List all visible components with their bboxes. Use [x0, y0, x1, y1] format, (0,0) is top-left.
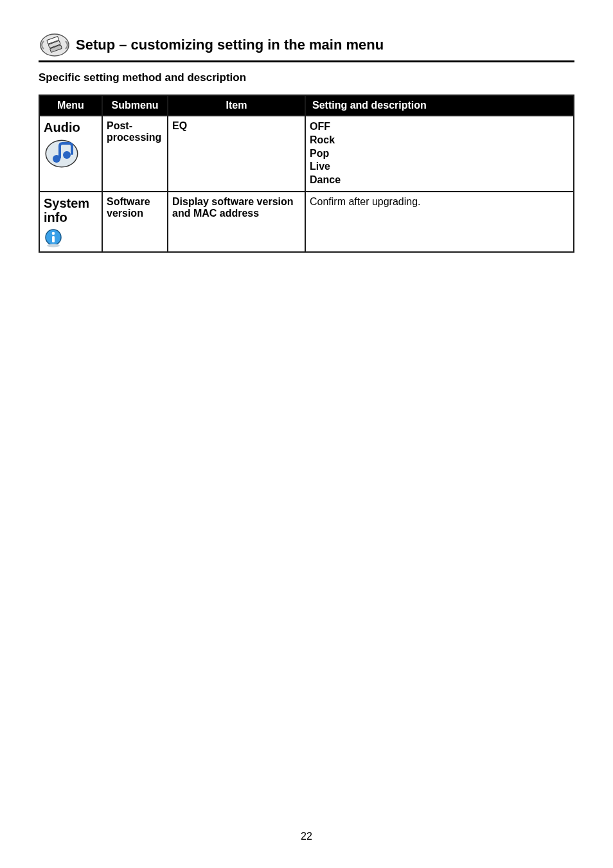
desc-line: Rock: [310, 134, 569, 147]
menu-cell-system-info: System info: [39, 192, 102, 252]
table-row: Audio Post-processing: [39, 116, 574, 192]
desc-cell: OFF Rock Pop Live Dance: [305, 116, 574, 192]
section-subtitle: Specific setting method and description: [39, 71, 574, 84]
info-icon: [44, 228, 63, 248]
submenu-cell: Software version: [102, 192, 168, 252]
desc-line: OFF: [310, 120, 569, 134]
item-cell: EQ: [168, 116, 305, 192]
desc-cell: Confirm after upgrading.: [305, 192, 574, 252]
svg-point-10: [52, 232, 55, 235]
table-header-row: Menu Submenu Item Setting and descriptio…: [39, 95, 574, 116]
col-header-submenu: Submenu: [102, 95, 168, 116]
menu-label: Audio: [44, 120, 98, 134]
page-title: Setup – customizing setting in the main …: [76, 37, 384, 53]
svg-point-11: [47, 244, 60, 247]
desc-line: Pop: [310, 147, 569, 161]
submenu-cell: Post-processing: [102, 116, 168, 192]
header-rule: [39, 60, 574, 62]
page-header: Setup – customizing setting in the main …: [39, 32, 574, 58]
item-cell: Display software version and MAC address: [168, 192, 305, 252]
audio-icon: [44, 138, 80, 169]
page: Setup – customizing setting in the main …: [0, 0, 613, 868]
setup-icon: [39, 32, 71, 58]
item-text: Display software version and MAC address: [172, 196, 294, 219]
settings-table: Menu Submenu Item Setting and descriptio…: [39, 95, 574, 253]
svg-rect-9: [52, 236, 55, 242]
item-text: EQ: [172, 120, 187, 131]
desc-line: Confirm after upgrading.: [310, 196, 421, 207]
col-header-desc: Setting and description: [305, 95, 574, 116]
menu-label: System info: [44, 196, 98, 224]
col-header-item: Item: [168, 95, 305, 116]
page-number: 22: [0, 831, 613, 842]
submenu-text: Post-processing: [107, 120, 161, 143]
table-row: System info Software version Display: [39, 192, 574, 252]
svg-point-7: [63, 151, 71, 159]
desc-line: Dance: [310, 174, 569, 187]
menu-cell-audio: Audio: [39, 116, 102, 192]
submenu-text: Software version: [107, 196, 150, 219]
col-header-menu: Menu: [39, 95, 102, 116]
desc-line: Live: [310, 160, 569, 174]
